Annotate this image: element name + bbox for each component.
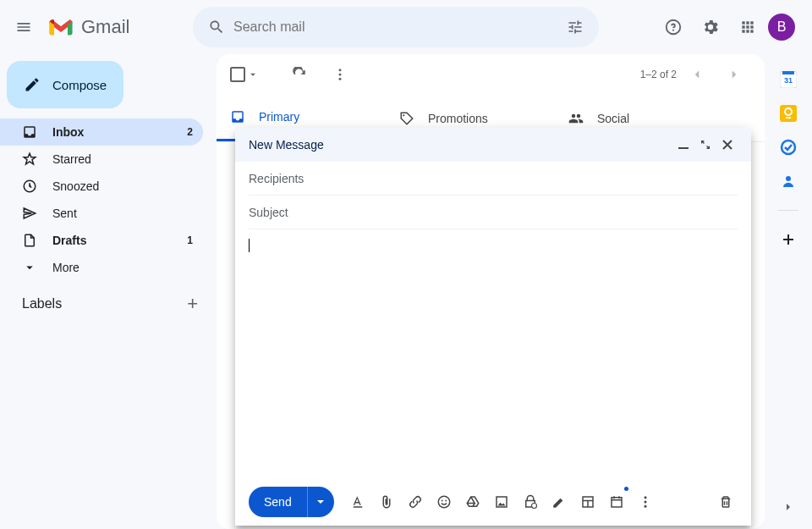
hamburger-icon [15,19,32,36]
search-options-button[interactable] [558,10,592,44]
more-vert-icon [332,67,348,82]
close-button[interactable] [722,140,738,150]
close-icon [722,140,732,150]
side-panel: 31 [765,54,812,529]
sidebar-item-snoozed[interactable]: Snoozed [0,173,203,200]
send-button[interactable]: Send [249,487,307,517]
attach-icon [379,494,394,510]
gmail-logo-icon [47,17,74,37]
sidebar-item-label: Starred [52,152,91,166]
sidebar-item-starred[interactable]: Starred [0,146,203,173]
confidential-button[interactable] [518,488,542,515]
compose-button[interactable]: Compose [7,61,123,108]
pagination-text: 1–2 of 2 [640,69,677,80]
clock-icon [22,179,37,194]
link-button[interactable] [403,488,427,515]
tag-icon [399,111,414,126]
sidebar-item-label: Snoozed [52,179,99,193]
emoji-icon [436,494,452,510]
image-button[interactable] [490,488,513,515]
emoji-button[interactable] [432,488,456,515]
layout-button[interactable] [576,488,600,515]
format-button[interactable] [346,488,370,515]
calendar-app-button[interactable]: 31 [780,71,797,88]
sidebar-item-drafts[interactable]: Drafts 1 [0,227,203,254]
svg-point-9 [445,500,447,502]
divider [778,210,798,211]
select-all[interactable] [230,67,259,82]
chevron-right-icon [727,67,742,82]
lock-clock-icon [523,494,538,510]
prev-page-button[interactable] [680,58,714,91]
indicator-dot [624,487,628,491]
compose-window: New Message Recipients Subject Send [235,128,751,526]
chevron-down-icon [22,260,37,275]
drive-button[interactable] [461,488,485,515]
subject-field[interactable]: Subject [249,196,738,229]
search-button[interactable] [200,10,233,44]
keep-app-button[interactable] [780,105,797,122]
fullscreen-button[interactable] [700,140,716,150]
apps-button[interactable] [731,10,765,44]
get-addons-button[interactable] [780,231,797,248]
search-bar [193,7,599,47]
people-icon [568,111,584,126]
header: Gmail B [0,0,812,54]
apps-grid-icon [739,19,756,36]
hide-panel-button[interactable] [780,499,797,515]
svg-point-19 [644,496,646,499]
tasks-app-button[interactable] [780,139,797,156]
tune-icon [567,19,584,36]
attach-button[interactable] [375,488,398,515]
add-label-button[interactable]: + [187,293,198,315]
send-options-button[interactable] [307,487,334,517]
drafts-count: 1 [187,234,193,246]
support-button[interactable] [656,10,690,44]
compose-footer: Send [235,478,751,526]
sidebar-item-label: Inbox [52,125,84,139]
main-menu-button[interactable] [7,10,41,44]
dropdown-icon [247,69,259,80]
account-avatar[interactable]: B [768,14,795,41]
sidebar-item-inbox[interactable]: Inbox 2 [0,118,203,146]
contacts-icon [780,173,797,190]
sidebar-item-more[interactable]: More [0,254,203,281]
signature-button[interactable] [547,488,571,515]
sidebar-item-sent[interactable]: Sent [0,200,203,227]
svg-point-20 [644,501,646,504]
checkbox-icon [230,67,245,82]
more-button[interactable] [323,58,357,91]
calendar-app-icon: 31 [780,71,797,88]
minimize-button[interactable] [678,140,694,150]
svg-rect-5 [678,147,689,149]
labels-title: Labels [22,296,62,311]
text-cursor-icon [249,239,250,252]
sidebar-item-label: Sent [52,207,77,220]
sidebar-item-label: Drafts [52,234,86,247]
mail-toolbar: 1–2 of 2 [217,54,765,95]
next-page-button[interactable] [717,58,751,91]
refresh-button[interactable] [283,58,316,91]
compose-body: Recipients Subject [235,162,751,478]
recipients-field[interactable]: Recipients [249,162,738,196]
contacts-app-button[interactable] [780,173,797,190]
settings-button[interactable] [694,10,727,44]
schedule-button[interactable] [605,488,628,515]
more-options-button[interactable] [634,488,657,515]
refresh-icon [292,67,307,82]
send-icon [22,206,37,221]
tab-label: Social [597,112,629,125]
svg-point-11 [531,504,536,509]
pencil-icon [24,76,41,93]
compose-header[interactable]: New Message [235,128,751,162]
tab-label: Promotions [428,112,488,125]
inbox-tab-icon [230,109,245,124]
compose-editor[interactable] [249,229,738,478]
inbox-icon [22,124,37,140]
tasks-icon [780,139,797,156]
search-input[interactable] [233,19,558,35]
gmail-logo[interactable]: Gmail [41,16,193,38]
send-button-group: Send [249,487,334,517]
discard-draft-button[interactable] [714,488,738,515]
drive-icon [465,494,480,510]
